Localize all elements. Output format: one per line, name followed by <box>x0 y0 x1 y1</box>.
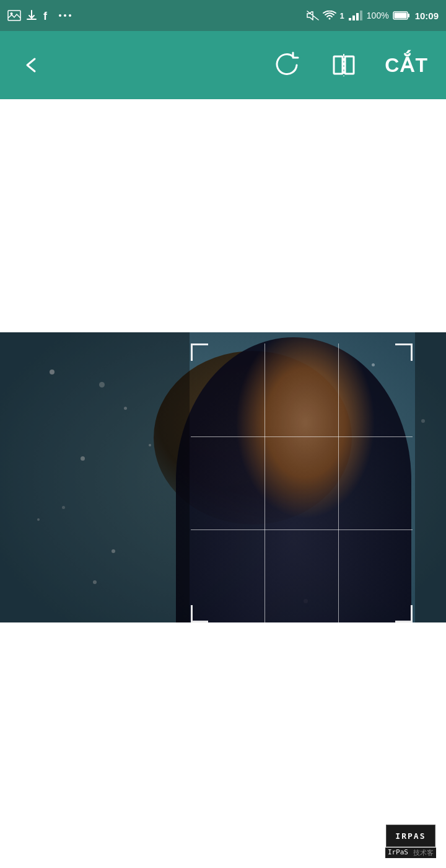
svg-rect-9 <box>360 11 362 20</box>
watermark: IRPAS IrPaS 技术客 <box>385 825 436 858</box>
battery-percent: 100% <box>367 11 389 20</box>
facebook-icon: f <box>42 9 53 22</box>
watermark-sub-right: 技术客 <box>411 848 436 858</box>
svg-rect-8 <box>356 13 359 20</box>
watermark-logo-text: IRPAS <box>395 831 426 841</box>
watermark-sub-left: IrPaS <box>385 848 411 858</box>
toolbar: CẮT <box>0 31 446 99</box>
svg-point-1 <box>11 12 13 15</box>
battery-icon <box>393 11 410 20</box>
rotate-button[interactable] <box>268 46 305 84</box>
svg-point-3 <box>59 14 61 17</box>
wifi-icon <box>323 11 336 20</box>
top-space <box>0 99 446 332</box>
watermark-sub: IrPaS 技术客 <box>385 848 436 858</box>
status-bar-right: 1 100% 10:09 <box>307 11 439 21</box>
signal-icon <box>348 11 363 20</box>
svg-rect-11 <box>408 14 409 17</box>
main-content: IRPAS IrPaS 技术客 <box>0 99 446 868</box>
watermark-logo: IRPAS <box>386 825 435 847</box>
image-icon <box>7 10 21 21</box>
back-icon <box>20 54 42 76</box>
svg-rect-7 <box>352 16 355 20</box>
rotate-icon <box>273 51 300 79</box>
status-bar: f 1 100% <box>0 0 446 31</box>
sim-indicator: 1 <box>340 11 344 20</box>
back-button[interactable] <box>15 49 47 81</box>
svg-point-5 <box>69 14 71 17</box>
more-icon <box>58 14 72 17</box>
svg-rect-6 <box>349 18 351 20</box>
toolbar-actions: CẮT <box>268 46 431 84</box>
cat-button[interactable]: CẮT <box>382 48 431 82</box>
flip-button[interactable] <box>325 46 362 84</box>
mute-icon <box>307 11 319 20</box>
status-bar-left: f <box>7 9 72 22</box>
svg-rect-13 <box>334 56 343 74</box>
flip-icon <box>330 51 357 79</box>
bottom-space: IRPAS IrPaS 技术客 <box>0 622 446 868</box>
person-shape <box>176 337 411 622</box>
svg-rect-14 <box>345 56 354 74</box>
status-time: 10:09 <box>415 11 439 21</box>
image-container[interactable] <box>0 332 446 622</box>
svg-point-4 <box>64 14 66 17</box>
svg-text:f: f <box>43 10 48 22</box>
svg-rect-12 <box>394 13 406 19</box>
download-icon <box>26 9 37 22</box>
